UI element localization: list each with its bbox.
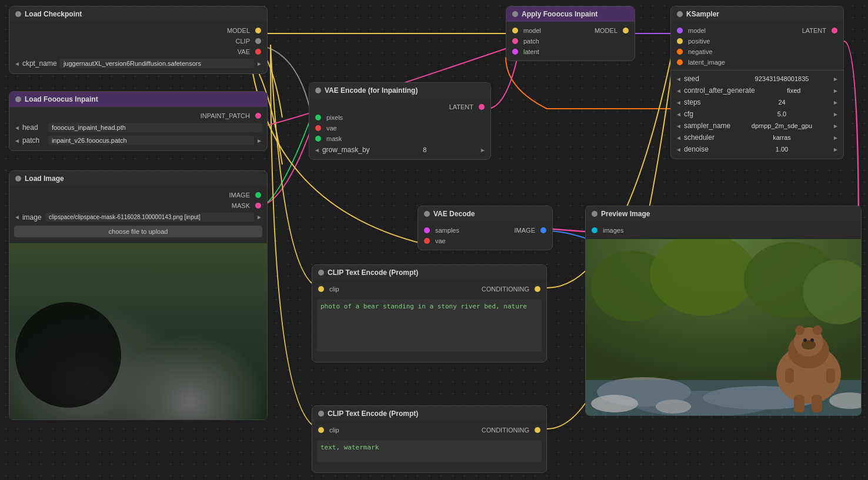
patch-arrow-right[interactable]: ► [256,137,262,144]
load-fooocus-body: INPAINT_PATCH ◄ head ◄ patch ► [9,107,267,150]
inpaint-patch-port[interactable] [255,113,261,119]
ckpt-arrow-left[interactable]: ◄ [14,61,20,67]
mask-out-port[interactable] [255,203,261,209]
load-fooocus-node: Load Fooocus Inpaint INPAINT_PATCH ◄ hea… [9,91,268,151]
ksampler-header: KSampler [671,6,843,22]
svg-rect-17 [794,395,804,412]
apply-model-out-port[interactable] [623,28,629,33]
seed-arrow-right[interactable]: ► [833,76,839,82]
patch-arrow-left[interactable]: ◄ [14,137,20,144]
vae-decode-title: VAE Decode [433,210,475,218]
grow-arrow-left[interactable]: ◄ [314,147,320,153]
ksampler-positive-port[interactable] [677,38,683,44]
ksampler-latent-in-label: latent_image [688,59,725,66]
upload-button[interactable]: choose file to upload [14,226,262,237]
vae-decode-vae-port[interactable] [424,238,430,244]
apply-latent-port[interactable] [512,49,518,55]
load-image-title: Load Image [25,174,64,183]
denoise-arrow-left[interactable]: ◄ [676,146,682,153]
steps-arrow-right[interactable]: ► [833,99,839,106]
ksampler-node: KSampler model LATENT positive [670,6,844,159]
patch-label: patch [22,136,46,145]
clip-text-1-textarea[interactable]: photo of a bear standing in a stony rive… [317,299,542,352]
clip-text-encode-1-node: CLIP Text Encode (Prompt) clip CONDITION… [312,264,547,362]
scheduler-arrow-right[interactable]: ► [833,135,839,141]
img-arrow-right[interactable]: ► [256,214,262,220]
ksampler-latent-in-port[interactable] [677,59,683,65]
load-checkpoint-node: Load Checkpoint MODEL CLIP VAE [9,6,268,74]
steps-value: 24 [733,99,830,106]
control-arrow-right[interactable]: ► [833,88,839,94]
apply-fooocus-title: Apply Fooocus Inpaint [522,10,597,18]
ckpt-arrow-right[interactable]: ► [256,61,262,67]
node-canvas[interactable]: Load Checkpoint MODEL CLIP VAE [0,0,868,480]
conditioning-2-port[interactable] [535,427,540,433]
vae-decode-samples-port[interactable] [424,227,430,233]
model-output-row: MODEL [9,25,267,36]
vae-decode-image-port[interactable] [540,227,546,233]
mask-output-row: MASK [9,200,267,211]
image-out-port[interactable] [255,192,261,198]
clip-2-in-port[interactable] [318,427,324,433]
preview-images-port[interactable] [592,227,597,233]
sampler-name-arrow-right[interactable]: ► [833,123,839,129]
control-arrow-left[interactable]: ◄ [676,88,682,94]
ksampler-model-port[interactable] [677,28,683,33]
pixels-port[interactable] [315,115,321,120]
head-arrow-left[interactable]: ◄ [14,125,20,131]
apply-patch-row: patch [506,36,635,46]
vae-port[interactable] [255,49,261,55]
vae-decode-vae-label: vae [435,237,446,244]
image-file-input[interactable] [45,213,254,221]
clip-1-in-port[interactable] [318,286,324,292]
apply-fooocus-header: Apply Fooocus Inpaint [506,6,635,22]
conditioning-1-label: CONDITIONING [482,286,529,293]
apply-model-port[interactable] [512,28,518,33]
sampler-arrow-left[interactable]: ◄ [676,123,682,129]
preview-images-row: images [586,225,861,236]
cfg-arrow-right[interactable]: ► [833,111,839,118]
grow-arrow-right[interactable]: ► [480,147,486,153]
mask-in-port[interactable] [315,136,321,142]
vae-encode-latent-out: LATENT [309,102,490,112]
seed-arrow-left[interactable]: ◄ [676,76,682,82]
conditioning-1-port[interactable] [535,286,540,292]
inpaint-patch-label: INPAINT_PATCH [201,112,250,119]
clip-port[interactable] [255,38,261,44]
cfg-arrow-left[interactable]: ◄ [676,111,682,118]
vae-in-port[interactable] [315,125,321,131]
img-arrow-left[interactable]: ◄ [14,214,20,220]
apply-patch-port[interactable] [512,38,518,44]
cfg-field: ◄ cfg 5.0 ► [671,108,843,120]
clip-text-1-textarea-container: photo of a bear standing in a stony rive… [312,294,546,358]
clip-text-2-title: CLIP Text Encode (Prompt) [328,409,418,418]
scheduler-arrow-left[interactable]: ◄ [676,135,682,141]
apply-model-row: model MODEL [506,25,635,36]
upload-btn-container: choose file to upload [9,223,267,240]
preview-image-title: Preview Image [601,210,650,218]
ksampler-body: model LATENT positive negative [671,22,843,159]
head-input[interactable] [48,123,262,132]
control-after-field: ◄ control_after_generate fixed ► [671,85,843,96]
ckpt-name-input[interactable] [60,59,254,68]
preview-image-display[interactable] [586,239,861,415]
ksampler-latent-port[interactable] [832,28,837,33]
vae-decode-body: samples IMAGE vae [418,221,552,250]
clip-1-in-label: clip [329,286,339,293]
steps-arrow-left[interactable]: ◄ [676,99,682,106]
ksampler-title: KSampler [686,10,719,18]
node-status-dot [15,11,21,17]
clip-text-2-dot [318,411,324,417]
denoise-arrow-right[interactable]: ► [833,146,839,153]
vae-encode-dot [315,88,321,93]
vae-label: VAE [238,48,250,55]
patch-input[interactable] [48,136,254,145]
mask-overlay [15,302,121,408]
load-image-preview[interactable] [9,243,267,419]
ksampler-negative-port[interactable] [677,49,683,55]
vae-encode-latent-port[interactable] [479,104,485,110]
clip-text-2-textarea[interactable]: text, watermark [317,440,542,462]
model-port[interactable] [255,28,261,33]
seed-label: seed [684,75,731,83]
denoise-field: ◄ denoise 1.00 ► [671,143,843,155]
